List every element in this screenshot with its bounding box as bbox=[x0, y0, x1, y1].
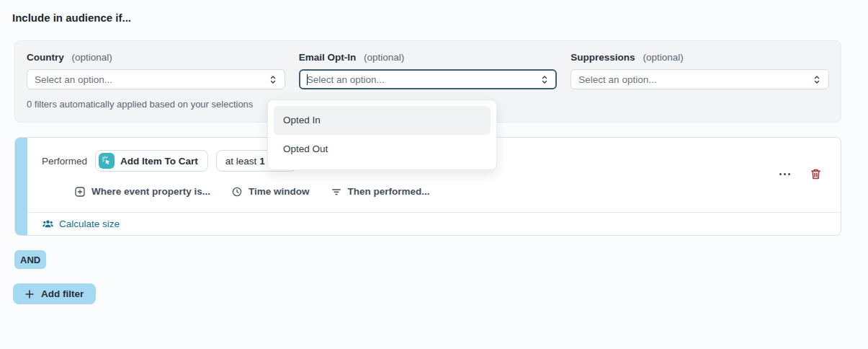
field-name: Email Opt-In bbox=[299, 52, 357, 63]
select-placeholder: Select an option... bbox=[35, 74, 269, 85]
email-opt-in-select[interactable]: Select an option... bbox=[299, 69, 558, 89]
and-connector-badge: AND bbox=[14, 250, 46, 269]
select-placeholder: Select an option... bbox=[307, 74, 541, 85]
country-select[interactable]: Select an option... bbox=[27, 69, 285, 89]
card-footer: Calculate size bbox=[27, 212, 841, 235]
sub-action-label: Time window bbox=[249, 186, 310, 197]
calculate-size-button[interactable]: Calculate size bbox=[42, 218, 120, 229]
add-filter-button[interactable]: Add filter bbox=[13, 283, 96, 304]
optional-tag: (optional) bbox=[643, 52, 683, 63]
chevron-updown-icon bbox=[269, 75, 277, 84]
field-name: Suppressions bbox=[571, 52, 635, 63]
plus-square-icon bbox=[75, 187, 85, 197]
clock-icon bbox=[232, 187, 242, 197]
email-opt-in-dropdown-menu: Opted In Opted Out bbox=[267, 100, 497, 170]
where-event-property-button[interactable]: Where event property is... bbox=[75, 186, 210, 197]
menu-option-opted-in[interactable]: Opted In bbox=[274, 106, 491, 135]
chevron-updown-icon bbox=[540, 75, 549, 84]
suppressions-select[interactable]: Select an option... bbox=[571, 69, 829, 89]
then-performed-button[interactable]: Then performed... bbox=[331, 186, 430, 197]
field-label: Country (optional) bbox=[27, 52, 285, 63]
event-selector-chip[interactable]: Add Item To Cart bbox=[95, 150, 208, 172]
sub-action-label: Then performed... bbox=[348, 186, 430, 197]
optional-tag: (optional) bbox=[364, 52, 404, 63]
field-email-opt-in: Email Opt-In (optional) Select an option… bbox=[299, 52, 558, 89]
optional-tag: (optional) bbox=[72, 52, 112, 63]
sub-action-label: Where event property is... bbox=[91, 186, 210, 197]
event-name: Add Item To Cart bbox=[120, 156, 198, 167]
quantifier-prefix: at least bbox=[225, 156, 257, 167]
trash-icon bbox=[810, 168, 822, 180]
menu-option-opted-out[interactable]: Opted Out bbox=[274, 135, 491, 164]
delete-filter-button[interactable] bbox=[810, 168, 822, 180]
calculate-size-label: Calculate size bbox=[59, 218, 120, 229]
plus-icon bbox=[25, 290, 34, 299]
people-group-icon bbox=[42, 218, 53, 229]
select-placeholder: Select an option... bbox=[578, 74, 813, 85]
page-title: Include in audience if... bbox=[12, 12, 131, 24]
cursor-click-icon bbox=[99, 153, 115, 169]
field-name: Country bbox=[27, 52, 64, 63]
field-suppressions: Suppressions (optional) Select an option… bbox=[571, 52, 829, 89]
add-filter-label: Add filter bbox=[41, 288, 84, 299]
card-accent-bar bbox=[15, 138, 27, 235]
more-options-button[interactable] bbox=[778, 169, 792, 180]
performed-label: Performed bbox=[42, 156, 87, 167]
time-window-button[interactable]: Time window bbox=[232, 186, 310, 197]
field-country: Country (optional) Select an option... bbox=[27, 52, 285, 89]
field-label: Email Opt-In (optional) bbox=[299, 52, 558, 63]
field-label: Suppressions (optional) bbox=[571, 52, 829, 63]
filter-lines-icon bbox=[331, 187, 341, 197]
chevron-updown-icon bbox=[813, 75, 821, 84]
